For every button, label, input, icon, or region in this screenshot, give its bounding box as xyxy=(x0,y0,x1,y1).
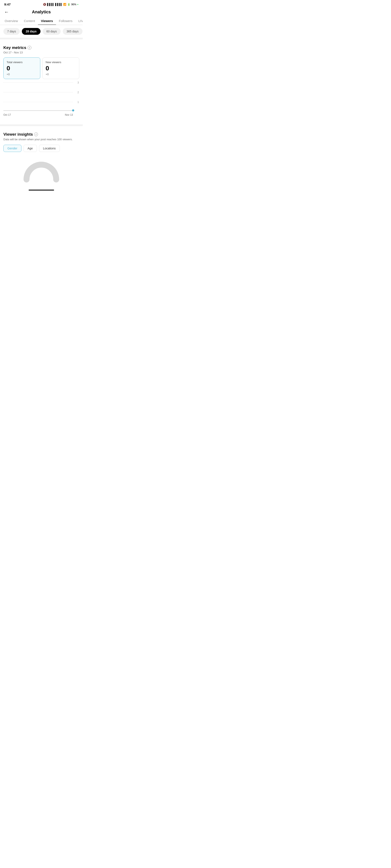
signal2-icon: ▌▌▌▌ xyxy=(55,3,62,6)
new-viewers-label: New viewers xyxy=(46,61,76,64)
filter-locations[interactable]: Locations xyxy=(39,145,60,152)
key-metrics-label: Key metrics xyxy=(3,45,26,50)
page-title: Analytics xyxy=(32,9,51,14)
chart-baseline-line xyxy=(3,111,73,111)
total-viewers-card[interactable]: Total viewers 0 +0 xyxy=(3,57,40,79)
metric-cards-row: Total viewers 0 +0 New viewers 0 +0 xyxy=(3,57,79,79)
status-icons: 🔇 ▌▌▌▌ ▌▌▌▌ 📶 🔋 96% ● xyxy=(43,3,79,6)
back-button[interactable]: ← xyxy=(4,9,9,15)
donut-chart-container xyxy=(3,156,79,184)
filter-gender[interactable]: Gender xyxy=(3,145,22,152)
filter-365days[interactable]: 365 days xyxy=(63,28,83,35)
battery-percent: 96% xyxy=(71,3,76,6)
tab-followers[interactable]: Followers xyxy=(56,17,76,25)
tab-viewers[interactable]: Viewers xyxy=(38,17,56,25)
key-metrics-title: Key metrics i xyxy=(3,45,79,50)
viewers-chart: 3 2 1 Oct 17 Nov 13 xyxy=(3,83,79,119)
grid-label-3: 3 xyxy=(78,81,79,84)
filter-60days[interactable]: 60 days xyxy=(42,28,61,35)
donut-arc xyxy=(27,165,56,180)
wifi-icon: 📶 xyxy=(63,3,66,6)
battery-icon: 🔋 xyxy=(67,3,70,6)
filter-7days[interactable]: 7 days xyxy=(3,28,20,35)
tab-live[interactable]: LIVE xyxy=(76,17,83,25)
total-viewers-label: Total viewers xyxy=(7,61,37,64)
insight-filter-row: Gender Age Locations xyxy=(3,145,79,152)
tab-overview[interactable]: Overview xyxy=(2,17,21,25)
chart-grid: 3 2 1 xyxy=(3,83,73,112)
status-bar: 9:47 🔇 ▌▌▌▌ ▌▌▌▌ 📶 🔋 96% ● xyxy=(0,0,83,8)
battery-dot: ● xyxy=(77,3,79,5)
viewer-insights-label: Viewer insights xyxy=(3,132,33,137)
total-viewers-change: +0 xyxy=(7,73,37,76)
key-metrics-section: Key metrics i Oct 17 - Nov 13 Total view… xyxy=(0,41,83,123)
home-bar xyxy=(29,190,54,190)
chart-dot xyxy=(72,110,74,112)
date-filter-row: 7 days 28 days 60 days 365 days Cu... xyxy=(0,25,83,38)
total-viewers-value: 0 xyxy=(7,65,37,71)
filter-28days[interactable]: 28 days xyxy=(22,28,40,35)
mute-icon: 🔇 xyxy=(43,3,46,6)
viewer-insights-title: Viewer insights i xyxy=(3,132,79,137)
signal-icon: ▌▌▌▌ xyxy=(47,3,54,6)
page-header: ← Analytics xyxy=(0,8,83,17)
key-metrics-date-range: Oct 17 - Nov 13 xyxy=(3,51,79,54)
viewer-insights-info-icon[interactable]: i xyxy=(34,132,38,136)
section-divider-2 xyxy=(0,124,83,126)
chart-label-end: Nov 13 xyxy=(65,113,73,116)
tab-navigation: Overview Content Viewers Followers LIVE xyxy=(0,17,83,25)
section-divider-1 xyxy=(0,38,83,39)
tab-content[interactable]: Content xyxy=(21,17,38,25)
new-viewers-change: +0 xyxy=(46,73,76,76)
key-metrics-info-icon[interactable]: i xyxy=(28,46,31,50)
home-indicator xyxy=(0,188,83,192)
viewer-insights-subtitle: Data will be shown when your post reache… xyxy=(3,137,79,141)
chart-x-labels: Oct 17 Nov 13 xyxy=(3,113,73,116)
grid-label-2: 2 xyxy=(78,91,79,94)
filter-age[interactable]: Age xyxy=(24,145,37,152)
viewer-insights-section: Viewer insights i Data will be shown whe… xyxy=(0,128,83,188)
donut-chart-svg xyxy=(22,160,60,182)
new-viewers-card[interactable]: New viewers 0 +0 xyxy=(42,57,79,79)
chart-label-start: Oct 17 xyxy=(3,113,11,116)
new-viewers-value: 0 xyxy=(46,65,76,71)
grid-label-1: 1 xyxy=(78,101,79,104)
status-time: 9:47 xyxy=(4,3,10,6)
